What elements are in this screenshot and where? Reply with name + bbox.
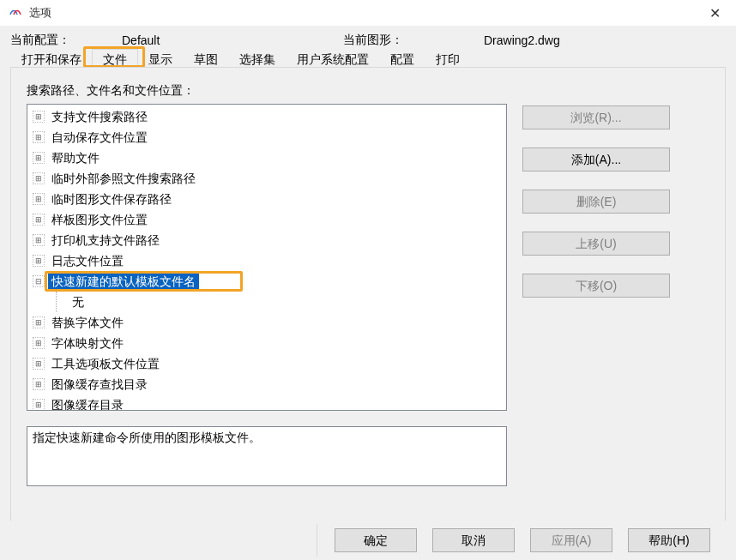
tree-item-label: 临时图形文件保存路径 xyxy=(48,189,175,209)
browse-button[interactable]: 浏览(R)... xyxy=(522,105,670,129)
tree-item-label: 样板图形文件位置 xyxy=(48,209,151,230)
ok-button[interactable]: 确定 xyxy=(335,528,417,552)
tree-item[interactable]: ⊞ 日志文件位置 xyxy=(27,250,506,271)
tree-item-selected[interactable]: ⊟ 快速新建的默认模板文件名 xyxy=(27,271,506,292)
config-label: 当前配置： xyxy=(10,33,122,48)
drawing-value: Drawing2.dwg xyxy=(484,33,560,47)
separator xyxy=(317,524,317,557)
tree-item[interactable]: ⊞ 支持文件搜索路径 xyxy=(27,106,506,127)
tree-item-label: 替换字体文件 xyxy=(48,312,127,333)
tree-item-label: 图像缓存目录 xyxy=(48,394,127,411)
expand-icon[interactable]: ⊞ xyxy=(33,214,45,226)
expand-icon[interactable]: ⊞ xyxy=(33,358,45,370)
drawing-label: 当前图形： xyxy=(343,33,484,48)
window-title: 选项 xyxy=(29,5,703,21)
tree-item-label: 临时外部参照文件搜索路径 xyxy=(48,168,199,189)
expand-icon[interactable]: ⊞ xyxy=(33,131,45,143)
expand-icon[interactable]: ⊞ xyxy=(33,316,45,328)
content-area: 当前配置： Default 当前图形： Drawing2.dwg 打开和保存 文… xyxy=(0,26,736,560)
tree-item-label: 字体映射文件 xyxy=(48,333,127,353)
tree-item[interactable]: ⊞ 字体映射文件 xyxy=(27,333,506,353)
section-label: 搜索路径、文件名和文件位置： xyxy=(27,83,709,99)
tree-item-label: 图像缓存查找目录 xyxy=(48,374,151,394)
tree-item[interactable]: ⊞ 图像缓存目录 xyxy=(27,394,506,411)
expand-icon[interactable]: ⊞ xyxy=(33,172,45,184)
expand-icon[interactable]: ⊞ xyxy=(33,152,45,164)
description-box: 指定快速新建命令所使用的图形模板文件。 xyxy=(27,426,507,486)
tree-item[interactable]: ⊞ 打印机支持文件路径 xyxy=(27,230,506,250)
collapse-icon[interactable]: ⊟ xyxy=(33,275,45,287)
tab-panel: 搜索路径、文件名和文件位置： ⊞ 支持文件搜索路径 ⊞ 自动保存文件位置 ⊞ 帮… xyxy=(10,67,726,533)
expand-icon[interactable]: ⊞ xyxy=(33,111,45,123)
tree-subitem[interactable]: 无 xyxy=(27,292,506,312)
tree-item[interactable]: ⊞ 样板图形文件位置 xyxy=(27,209,506,230)
tree-item-label: 帮助文件 xyxy=(48,148,103,168)
tree-item-label: 打印机支持文件路径 xyxy=(48,230,163,250)
help-button[interactable]: 帮助(H) xyxy=(628,528,710,552)
delete-button[interactable]: 删除(E) xyxy=(522,190,670,214)
close-button[interactable]: ✕ xyxy=(703,3,727,23)
tree-item[interactable]: ⊞ 替换字体文件 xyxy=(27,312,506,333)
expand-icon[interactable]: ⊞ xyxy=(33,234,45,246)
titlebar: 选项 ✕ xyxy=(0,0,736,26)
tree-item[interactable]: ⊞ 临时外部参照文件搜索路径 xyxy=(27,168,506,189)
tree-item[interactable]: ⊞ 帮助文件 xyxy=(27,148,506,168)
movedown-button[interactable]: 下移(O) xyxy=(522,274,670,298)
config-value: Default xyxy=(122,33,343,47)
side-buttons: 浏览(R)... 添加(A)... 删除(E) 上移(U) 下移(O) xyxy=(522,104,670,298)
bottom-bar: 确定 取消 应用(A) 帮助(H) xyxy=(0,521,736,560)
expand-icon[interactable]: ⊞ xyxy=(33,399,45,411)
tree-item-label: 日志文件位置 xyxy=(48,250,127,271)
tree-item-label: 自动保存文件位置 xyxy=(48,127,151,148)
tree-item[interactable]: ⊞ 工具选项板文件位置 xyxy=(27,353,506,374)
apply-button[interactable]: 应用(A) xyxy=(530,528,612,552)
path-tree[interactable]: ⊞ 支持文件搜索路径 ⊞ 自动保存文件位置 ⊞ 帮助文件 ⊞ 临时外部参照文件搜… xyxy=(27,104,507,411)
expand-icon[interactable]: ⊞ xyxy=(33,378,45,390)
info-row: 当前配置： Default 当前图形： Drawing2.dwg xyxy=(10,33,726,48)
expand-icon[interactable]: ⊞ xyxy=(33,337,45,349)
cancel-button[interactable]: 取消 xyxy=(432,528,515,552)
tree-item[interactable]: ⊞ 临时图形文件保存路径 xyxy=(27,189,506,209)
expand-icon[interactable]: ⊞ xyxy=(33,255,45,267)
tree-item-label: 快速新建的默认模板文件名 xyxy=(48,271,199,292)
app-icon xyxy=(9,6,22,20)
expand-icon[interactable]: ⊞ xyxy=(33,193,45,205)
moveup-button[interactable]: 上移(U) xyxy=(522,232,670,256)
tree-item-label: 支持文件搜索路径 xyxy=(48,106,151,127)
add-button[interactable]: 添加(A)... xyxy=(522,148,670,172)
tree-subitem-label: 无 xyxy=(69,292,87,312)
tree-item[interactable]: ⊞ 图像缓存查找目录 xyxy=(27,374,506,394)
tree-item-label: 工具选项板文件位置 xyxy=(48,353,163,374)
tree-item[interactable]: ⊞ 自动保存文件位置 xyxy=(27,127,506,148)
